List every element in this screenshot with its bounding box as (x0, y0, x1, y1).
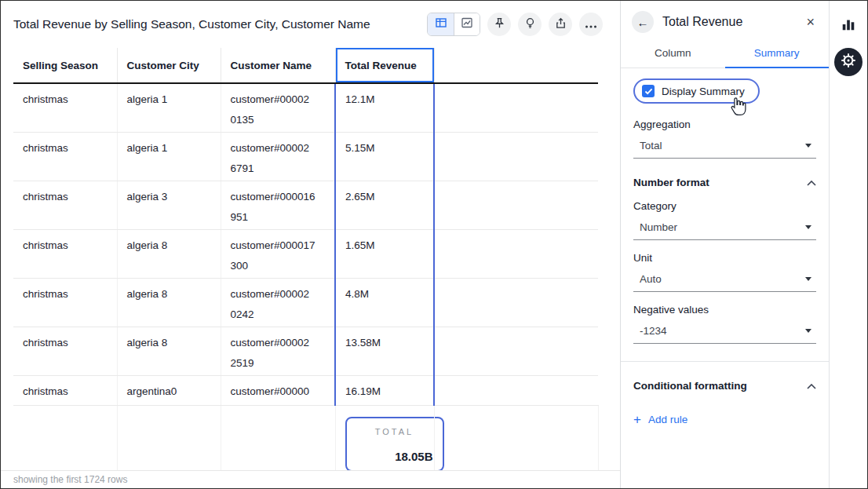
hand-cursor-icon (728, 97, 747, 121)
cell-customer[interactable]: customer#000022519 (221, 327, 335, 375)
summary-total-value: 18.05B (356, 450, 433, 463)
result-table: Selling Season Customer City Customer Na… (13, 48, 599, 470)
cell-customer[interactable]: customer#000016951 (221, 181, 335, 229)
number-format-title: Number format (633, 177, 709, 188)
row-count-note: showing the first 1724 rows (1, 470, 620, 488)
chevron-up-icon (807, 177, 816, 188)
more-button[interactable] (579, 13, 603, 36)
more-icon (585, 17, 597, 31)
cell-revenue[interactable]: 2.65M (335, 181, 434, 229)
negative-values-select[interactable]: -1234 (633, 319, 816, 344)
cell-blank (221, 405, 335, 470)
close-button[interactable]: × (803, 14, 818, 31)
cell-season[interactable]: christmas (13, 375, 117, 405)
number-format-section-header[interactable]: Number format (633, 177, 816, 188)
cell-customer[interactable]: customer#000017300 (221, 229, 335, 278)
cell-season[interactable]: christmas (13, 229, 117, 278)
cell-city[interactable]: algeria 1 (117, 83, 221, 132)
cell-city[interactable]: argentina0 (117, 375, 221, 405)
panel-tabs: Column Summary (621, 40, 829, 68)
display-summary-label[interactable]: Display Summary (662, 86, 745, 97)
cell-blank (13, 405, 117, 470)
cell-revenue[interactable]: 1.65M (335, 229, 434, 278)
cell-blank (434, 278, 598, 327)
cell-city[interactable]: algeria 3 (117, 181, 221, 229)
cell-season[interactable]: christmas (13, 327, 117, 375)
tab-summary[interactable]: Summary (725, 40, 830, 68)
table-row: christmas algeria 8 customer#000022519 1… (13, 327, 598, 375)
cell-city[interactable]: algeria 8 (117, 327, 221, 375)
negative-values-label: Negative values (633, 304, 816, 316)
cell-revenue[interactable]: 12.1M (335, 83, 434, 132)
lightbulb-icon (524, 17, 536, 32)
chart-view-button[interactable] (454, 13, 480, 35)
conditional-formatting-section-header[interactable]: Conditional formatting (633, 380, 816, 392)
cell-season[interactable]: christmas (13, 83, 117, 132)
insights-button[interactable] (518, 13, 542, 36)
cell-season[interactable]: christmas (13, 278, 117, 327)
cell-revenue[interactable]: 16.19M (335, 375, 434, 405)
dropdown-caret-icon (805, 277, 811, 281)
add-rule-button[interactable]: + Add rule (633, 413, 687, 426)
column-settings-panel: ← Total Revenue × Column Summary Display… (620, 1, 829, 488)
bar-chart-icon (841, 16, 856, 35)
display-summary-checkbox[interactable] (642, 85, 655, 97)
cell-city[interactable]: algeria 1 (117, 132, 221, 181)
table-header-row: Selling Season Customer City Customer Na… (13, 48, 598, 83)
cell-revenue[interactable]: 13.58M (335, 327, 434, 375)
chart-config-button[interactable] (841, 16, 856, 35)
column-header-selling-season[interactable]: Selling Season (13, 48, 117, 83)
unit-select[interactable]: Auto (633, 267, 816, 292)
cell-customer[interactable]: customer#00000 (221, 375, 335, 405)
summary-cell: TOTAL 18.05B (335, 405, 434, 470)
add-rule-label: Add rule (648, 414, 687, 425)
panel-header: ← Total Revenue × (621, 1, 829, 40)
cell-blank (117, 405, 221, 470)
column-header-customer-city[interactable]: Customer City (117, 48, 221, 83)
result-table-area: Selling Season Customer City Customer Na… (1, 48, 620, 470)
cell-customer[interactable]: customer#000020242 (221, 278, 335, 327)
table-row: christmas algeria 1 customer#000020135 1… (13, 83, 598, 132)
cell-revenue[interactable]: 5.15M (335, 132, 434, 181)
column-header-total-revenue[interactable]: Total Revenue (335, 48, 434, 83)
right-rail (829, 1, 867, 488)
pin-button[interactable] (487, 13, 511, 36)
close-icon: × (806, 14, 815, 30)
category-label: Category (633, 200, 816, 212)
cell-blank (434, 83, 598, 132)
cell-blank (434, 405, 598, 470)
cell-season[interactable]: christmas (13, 181, 117, 229)
summary-total-label: TOTAL (356, 427, 433, 436)
settings-button[interactable] (834, 48, 863, 76)
back-button[interactable]: ← (632, 11, 654, 33)
summary-total-box: TOTAL 18.05B (345, 417, 444, 471)
category-select[interactable]: Number (633, 215, 816, 240)
share-button[interactable] (549, 13, 572, 36)
pin-icon (494, 17, 505, 32)
column-header-blank (434, 48, 598, 83)
aggregation-value: Total (640, 140, 662, 151)
conditional-formatting-title: Conditional formatting (633, 380, 747, 392)
table-row: christmas algeria 8 customer#000017300 1… (13, 229, 598, 278)
cell-revenue[interactable]: 4.8M (335, 278, 434, 327)
panel-body: Display Summary Aggregation Total Number… (621, 68, 829, 488)
cell-blank (434, 327, 598, 375)
app-window: Total Revenue by Selling Season, Custome… (0, 0, 868, 489)
table-view-icon (435, 16, 447, 32)
cell-city[interactable]: algeria 8 (117, 278, 221, 327)
column-header-customer-name[interactable]: Customer Name (221, 48, 335, 83)
check-icon (644, 84, 653, 98)
cell-customer[interactable]: customer#000020135 (221, 83, 335, 132)
aggregation-label: Aggregation (633, 119, 816, 130)
table-view-button[interactable] (428, 13, 454, 35)
aggregation-select[interactable]: Total (633, 133, 816, 159)
summary-row: TOTAL 18.05B (13, 405, 598, 470)
dropdown-caret-icon (805, 329, 811, 333)
dropdown-caret-icon (805, 144, 811, 148)
main-area: Total Revenue by Selling Season, Custome… (1, 1, 620, 488)
cell-customer[interactable]: customer#000026791 (221, 132, 335, 181)
cell-season[interactable]: christmas (13, 132, 117, 181)
tab-column[interactable]: Column (621, 40, 725, 68)
unit-value: Auto (640, 273, 662, 285)
cell-city[interactable]: algeria 8 (117, 229, 221, 278)
